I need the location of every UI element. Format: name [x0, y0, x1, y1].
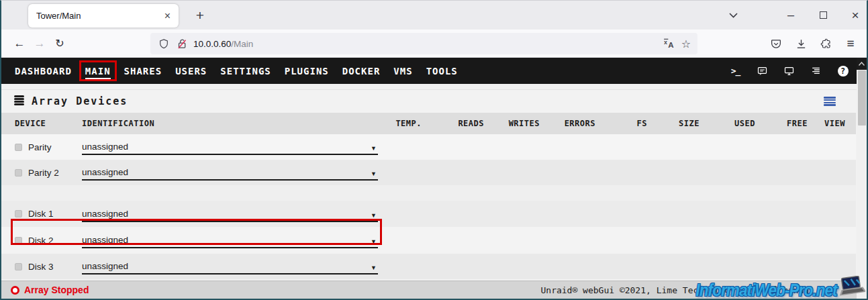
- laptop-watermark-icon: [836, 276, 865, 299]
- nav-item-users[interactable]: USERS: [168, 58, 213, 84]
- identification-select[interactable]: unassigned ▼: [82, 232, 378, 248]
- device-label: Disk 1: [28, 209, 54, 219]
- select-value: unassigned: [82, 261, 128, 271]
- nav-item-plugins[interactable]: PLUGINS: [278, 58, 336, 84]
- nav-item-main[interactable]: MAIN: [79, 58, 117, 84]
- toolbar-extensions-area: ≡: [769, 30, 857, 58]
- app-menu-icon[interactable]: ≡: [844, 37, 857, 50]
- tab-list-chevron-icon[interactable]: [727, 9, 739, 21]
- col-reads: READS: [422, 119, 484, 128]
- close-tab-icon[interactable]: ×: [164, 10, 171, 22]
- extensions-puzzle-icon[interactable]: [819, 37, 832, 50]
- section-title: Array Devices: [32, 95, 128, 107]
- bookmark-star-icon[interactable]: ☆: [681, 38, 691, 50]
- nav-utility-icons: >_ ?: [729, 58, 849, 84]
- annotation-box-main-tab: [79, 60, 117, 81]
- nav-item-settings[interactable]: SETTINGS: [213, 58, 277, 84]
- table-row-parity2: Parity 2 unassigned ▼: [1, 160, 856, 185]
- nav-item-dashboard[interactable]: DASHBOARD: [8, 58, 79, 84]
- disk-status-icon: [15, 169, 22, 177]
- nav-item-shares[interactable]: SHARES: [117, 58, 169, 84]
- page-scrollbar[interactable]: [857, 58, 867, 299]
- terminal-icon[interactable]: >_: [729, 64, 742, 77]
- downloads-icon[interactable]: [794, 37, 808, 50]
- monitor-icon[interactable]: [783, 64, 795, 77]
- window-close-button[interactable]: ×: [849, 9, 861, 21]
- col-size: SIZE: [647, 119, 700, 128]
- browser-window: Tower/Main × + – × ← → ↻: [0, 0, 868, 300]
- chevron-down-icon: ▼: [371, 170, 377, 177]
- col-used: USED: [700, 119, 755, 128]
- chevron-down-icon: ▼: [371, 145, 377, 152]
- help-icon[interactable]: ?: [836, 64, 849, 77]
- url-host: 10.0.0.60: [193, 39, 231, 49]
- back-button[interactable]: ←: [9, 37, 30, 50]
- pocket-icon[interactable]: [769, 37, 783, 50]
- chevron-down-icon: ▼: [371, 238, 377, 245]
- nav-item-docker[interactable]: DOCKER: [336, 58, 387, 84]
- translate-icon[interactable]: x A: [663, 37, 677, 50]
- col-fs: FS: [595, 119, 647, 128]
- col-free: FREE: [755, 119, 808, 128]
- array-status-label: Array Stopped: [24, 285, 89, 295]
- url-bar[interactable]: 10.0.0.60/Main x A ☆: [150, 33, 697, 54]
- forward-button[interactable]: →: [30, 37, 50, 50]
- nav-item-vms[interactable]: VMS: [387, 58, 419, 84]
- log-icon[interactable]: [810, 64, 822, 77]
- stopped-status-icon: [11, 286, 19, 295]
- lock-insecure-icon[interactable]: [175, 37, 189, 50]
- disk-stack-icon: [13, 95, 25, 109]
- scrollbar-thumb[interactable]: [858, 70, 866, 126]
- select-value: unassigned: [82, 167, 128, 177]
- list-view-icon[interactable]: [824, 97, 836, 106]
- device-label: Disk 2: [28, 236, 54, 246]
- table-row-parity: Parity unassigned ▼: [1, 134, 856, 160]
- nav-item-tools[interactable]: TOOLS: [420, 58, 465, 84]
- chevron-down-icon: ▼: [371, 212, 377, 219]
- table-row-disk1: Disk 1 unassigned ▼: [1, 201, 856, 227]
- chevron-down-icon: ▼: [371, 264, 377, 271]
- maximize-button[interactable]: [817, 9, 829, 21]
- col-view: VIEW: [808, 119, 845, 128]
- reload-button[interactable]: ↻: [50, 37, 70, 50]
- nav-menu: DASHBOARD MAIN SHARES USERS SETTINGS PLU…: [1, 58, 465, 84]
- array-devices-header: Array Devices: [1, 89, 867, 113]
- scrollbar-up-arrow[interactable]: [857, 58, 867, 70]
- identification-select[interactable]: unassigned ▼: [82, 206, 378, 222]
- col-temp: TEMP.: [376, 119, 422, 128]
- status-footer: Array Stopped Unraid® webGui ©2021, Lime…: [1, 281, 867, 299]
- col-writes: WRITES: [484, 119, 540, 128]
- browser-tab[interactable]: Tower/Main ×: [28, 4, 179, 28]
- identification-select[interactable]: unassigned ▼: [82, 139, 378, 155]
- table-header-row: DEVICE IDENTIFICATION TEMP. READS WRITES…: [1, 113, 856, 134]
- svg-text:A: A: [668, 41, 674, 49]
- main-content: Array Devices DEVICE IDENTIFICATION TEMP…: [1, 84, 867, 283]
- disk-status-icon: [15, 144, 22, 151]
- col-identification: IDENTIFICATION: [82, 119, 376, 128]
- maximize-icon: [820, 11, 827, 19]
- table-row-disk2: Disk 2 unassigned ▼: [1, 227, 856, 254]
- disk-status-icon: [15, 237, 22, 244]
- url-path: /Main: [231, 39, 253, 49]
- svg-text:x: x: [664, 39, 667, 46]
- identification-select[interactable]: unassigned ▼: [82, 258, 378, 274]
- feedback-icon[interactable]: [756, 64, 769, 77]
- watermark-text: InformatiWeb-Pro.net: [696, 281, 837, 300]
- select-value: unassigned: [82, 235, 128, 245]
- array-status: Array Stopped: [11, 285, 89, 295]
- array-device-rows: Parity unassigned ▼ Parity 2: [1, 134, 856, 279]
- address-toolbar: ← → ↻ 10.0.0.60/Main x A: [1, 30, 867, 58]
- device-label: Parity 2: [28, 168, 59, 178]
- device-label: Parity: [28, 142, 52, 152]
- new-tab-button[interactable]: +: [191, 7, 209, 26]
- col-device: DEVICE: [15, 119, 82, 128]
- identification-select[interactable]: unassigned ▼: [82, 164, 378, 181]
- table-row-disk3: Disk 3 unassigned ▼: [1, 254, 856, 279]
- disk-status-icon: [15, 210, 22, 217]
- unraid-nav-bar: DASHBOARD MAIN SHARES USERS SETTINGS PLU…: [1, 58, 867, 84]
- window-controls: – ×: [785, 1, 861, 30]
- browser-tab-bar: Tower/Main × + – ×: [1, 1, 867, 30]
- minimize-button[interactable]: –: [785, 9, 797, 21]
- shield-icon[interactable]: [157, 37, 171, 50]
- tab-title: Tower/Main: [36, 11, 164, 21]
